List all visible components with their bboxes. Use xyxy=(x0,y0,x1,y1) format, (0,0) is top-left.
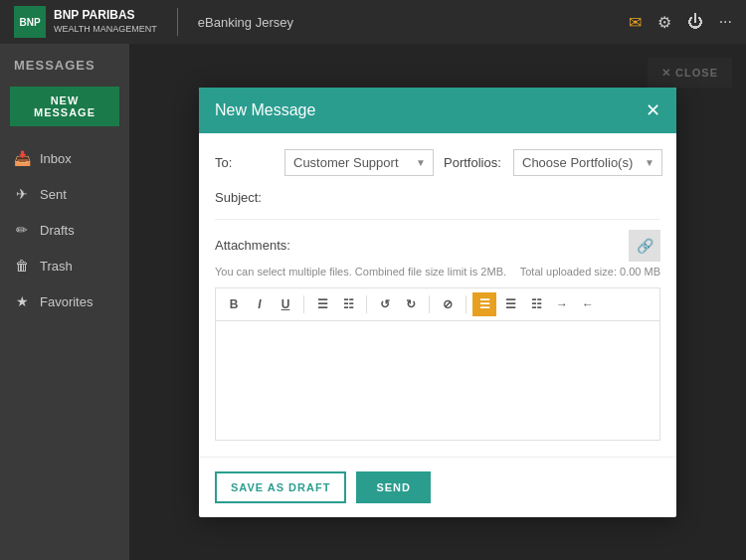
subject-label: Subject: xyxy=(215,190,275,205)
content-area: ✕ CLOSE New Message ✕ To: Custom xyxy=(129,44,746,560)
sidebar-item-inbox[interactable]: 📥 Inbox xyxy=(0,140,129,176)
sidebar-item-trash-label: Trash xyxy=(40,259,73,274)
mail-icon[interactable]: ✉ xyxy=(629,13,642,32)
send-button[interactable]: SEND xyxy=(356,471,431,503)
sidebar-item-drafts[interactable]: ✏ Drafts xyxy=(0,212,129,248)
attachments-row: Attachments: 🔗 xyxy=(215,230,660,262)
modal-overlay: New Message ✕ To: Customer Support ▼ xyxy=(129,44,746,560)
portfolios-select[interactable]: Choose Portfolio(s) xyxy=(513,149,662,176)
sent-icon: ✈ xyxy=(14,186,30,202)
inbox-icon: 📥 xyxy=(14,150,30,166)
unordered-list-button[interactable]: ☷ xyxy=(336,292,360,316)
to-label: To: xyxy=(215,155,275,170)
sidebar-item-favorites-label: Favorites xyxy=(40,294,93,309)
drafts-icon: ✏ xyxy=(14,222,30,238)
sidebar-item-sent-label: Sent xyxy=(40,187,67,202)
topbar-app-title: eBanking Jersey xyxy=(198,15,619,30)
topbar: BNP BNP PARIBAS WEALTH MANAGEMENT eBanki… xyxy=(0,0,746,44)
sidebar-item-trash[interactable]: 🗑 Trash xyxy=(0,248,129,283)
trash-icon: 🗑 xyxy=(14,258,30,274)
save-draft-button[interactable]: SAVE AS DRAFT xyxy=(215,471,346,503)
italic-button[interactable]: I xyxy=(248,292,272,316)
toolbar-sep-1 xyxy=(303,295,304,313)
portfolios-select-wrapper: Choose Portfolio(s) ▼ xyxy=(513,149,662,176)
to-row: To: Customer Support ▼ Portfolios: Choos… xyxy=(215,149,660,176)
attach-button[interactable]: 🔗 xyxy=(629,230,660,262)
modal-title: New Message xyxy=(215,101,315,119)
indent-button[interactable]: → xyxy=(550,292,574,316)
sidebar-title: MESSAGES xyxy=(0,58,129,87)
to-select-wrapper: Customer Support ▼ xyxy=(284,149,434,176)
underline-button[interactable]: U xyxy=(274,292,297,316)
sidebar-item-inbox-label: Inbox xyxy=(40,151,72,166)
attachments-hint-row: You can select multiple files. Combined … xyxy=(215,266,660,278)
new-message-modal: New Message ✕ To: Customer Support ▼ xyxy=(199,88,676,517)
new-message-sidebar-button[interactable]: NEW MESSAGE xyxy=(10,87,119,126)
topbar-divider xyxy=(177,8,178,36)
redo-button[interactable]: ↻ xyxy=(399,292,423,316)
align-center-button[interactable]: ☰ xyxy=(472,292,496,316)
topbar-icons: ✉ ⚙ ⏻ ··· xyxy=(629,13,732,32)
toolbar-sep-2 xyxy=(366,295,367,313)
favorites-icon: ★ xyxy=(14,293,30,309)
align-left-button[interactable]: ☰ xyxy=(498,292,522,316)
subject-row: Subject: xyxy=(215,186,660,220)
uploaded-size-text: Total uploaded size: 0.00 MB xyxy=(520,266,660,278)
gear-icon[interactable]: ⚙ xyxy=(657,13,671,32)
portfolios-label: Portfolios: xyxy=(444,155,503,170)
subject-input[interactable] xyxy=(275,186,660,209)
ordered-list-button[interactable]: ☰ xyxy=(310,292,334,316)
undo-button[interactable]: ↺ xyxy=(373,292,397,316)
bold-button[interactable]: B xyxy=(222,292,246,316)
sidebar-item-drafts-label: Drafts xyxy=(40,223,75,238)
attach-icon: 🔗 xyxy=(637,238,653,254)
more-icon[interactable]: ··· xyxy=(719,13,732,31)
modal-footer: SAVE AS DRAFT SEND xyxy=(199,457,676,517)
align-justify-button[interactable]: ☷ xyxy=(524,292,548,316)
attachments-label: Attachments: xyxy=(215,238,290,253)
logo-icon: BNP xyxy=(14,6,46,38)
logo: BNP BNP PARIBAS WEALTH MANAGEMENT xyxy=(14,6,157,38)
editor-toolbar: B I U ☰ ☷ ↺ ↻ ⊘ ☰ ☰ ☷ xyxy=(215,287,660,321)
sidebar-item-favorites[interactable]: ★ Favorites xyxy=(0,283,129,319)
outdent-button[interactable]: ← xyxy=(576,292,600,316)
modal-body: To: Customer Support ▼ Portfolios: Choos… xyxy=(199,133,676,457)
toolbar-sep-3 xyxy=(429,295,430,313)
sidebar: MESSAGES NEW MESSAGE 📥 Inbox ✈ Sent ✏ Dr… xyxy=(0,44,129,560)
message-editor[interactable] xyxy=(215,321,660,441)
attachments-hint-text: You can select multiple files. Combined … xyxy=(215,266,506,278)
sidebar-item-sent[interactable]: ✈ Sent xyxy=(0,176,129,212)
remove-format-button[interactable]: ⊘ xyxy=(436,292,460,316)
main-layout: MESSAGES NEW MESSAGE 📥 Inbox ✈ Sent ✏ Dr… xyxy=(0,44,746,560)
modal-header: New Message ✕ xyxy=(199,88,676,133)
power-icon[interactable]: ⏻ xyxy=(687,13,703,31)
modal-close-button[interactable]: ✕ xyxy=(646,101,660,119)
toolbar-sep-4 xyxy=(466,295,466,313)
logo-text: BNP PARIBAS WEALTH MANAGEMENT xyxy=(54,8,157,35)
to-select[interactable]: Customer Support xyxy=(284,149,434,176)
